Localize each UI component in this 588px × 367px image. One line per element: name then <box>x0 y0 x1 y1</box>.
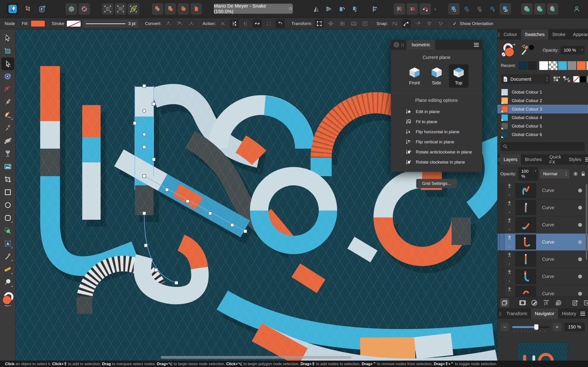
colour-picker-tool[interactable] <box>1 250 14 263</box>
fit-to-plane-option[interactable]: Fit to plane <box>391 117 482 127</box>
mini-swatch[interactable] <box>579 76 586 82</box>
boolean-add-button[interactable] <box>521 3 533 15</box>
global-colour-row[interactable]: Global Colour 5 <box>498 122 588 130</box>
layer-row-selected[interactable]: › Curve <box>498 234 588 251</box>
artboard-tool[interactable] <box>1 44 14 57</box>
panel-grip-icon[interactable]: || <box>498 29 500 40</box>
rounded-rectangle-tool[interactable] <box>1 211 14 224</box>
add-pixel-layer-button[interactable] <box>583 300 588 306</box>
layers-opacity-value[interactable]: 100 % <box>518 167 533 181</box>
place-image-tool[interactable] <box>1 160 14 173</box>
snapping-dropdown-chevron[interactable]: v <box>432 3 438 15</box>
pixel-persona-button[interactable] <box>23 3 34 15</box>
stroke-width-control[interactable]: 3 pt <box>83 20 138 27</box>
tab-brushes[interactable]: Brushes <box>521 154 545 165</box>
link-palette-icon[interactable] <box>563 76 571 83</box>
transform-show-handles-button[interactable] <box>338 19 347 28</box>
rotate-anticlockwise-button[interactable] <box>336 3 348 15</box>
swatch-search-input[interactable] <box>501 142 585 151</box>
zoom-tool[interactable] <box>1 276 14 289</box>
layer-row[interactable]: › Curve <box>498 268 588 285</box>
transform-mirror-button[interactable] <box>349 19 358 28</box>
pen-tool[interactable] <box>1 96 14 109</box>
expand-chevron-icon[interactable]: › <box>509 262 510 266</box>
chevron-down-icon[interactable]: v <box>533 167 538 181</box>
point-transform-tool[interactable] <box>1 70 14 83</box>
favourite-star-icon[interactable]: ☆ <box>288 6 293 12</box>
add-layer-button[interactable] <box>572 300 578 306</box>
fill-stroke-indicator[interactable] <box>501 43 519 58</box>
snap-shapes-button[interactable] <box>128 3 139 15</box>
fill-gradient-tool[interactable] <box>1 134 14 147</box>
arrange-back-one-button[interactable] <box>165 3 176 15</box>
action-smooth-curve-button[interactable] <box>253 19 262 28</box>
boolean-intersect-button[interactable] <box>547 3 558 15</box>
snap-construction-button[interactable] <box>436 19 445 28</box>
arrange-move-to-back-button[interactable] <box>152 3 163 15</box>
tab-quick-fx[interactable]: Quick FX <box>546 154 565 165</box>
zoom-slider[interactable] <box>512 323 550 331</box>
layers-stack-button[interactable] <box>500 298 509 307</box>
insert-behind-button[interactable] <box>461 3 473 15</box>
vector-brush-tool[interactable] <box>1 122 14 134</box>
transform-shear-button[interactable] <box>361 19 370 28</box>
recent-swatch[interactable] <box>519 61 527 70</box>
palette-select[interactable]: Document ˄˅ <box>501 74 550 84</box>
layer-row[interactable]: › Curve <box>498 285 588 297</box>
expand-chevron-icon[interactable]: › <box>509 244 510 249</box>
insert-inside-button[interactable] <box>448 3 460 15</box>
boolean-subtract-button[interactable] <box>534 3 545 15</box>
document-title-pill[interactable]: Mario De Meyer - Snake (150.0%) ☆ <box>214 4 293 14</box>
arrange-forward-one-button[interactable] <box>178 3 189 15</box>
snapping-toggle-button[interactable] <box>419 3 431 15</box>
recent-swatch[interactable] <box>577 61 586 70</box>
global-colour-row-selected[interactable]: Global Colour 3 <box>498 105 588 113</box>
zoom-slider-thumb[interactable] <box>534 324 538 330</box>
add-swatch-icon[interactable] <box>553 76 561 83</box>
snap-grid-button[interactable] <box>102 3 113 15</box>
stroke-colour-swatch[interactable] <box>67 20 81 27</box>
dense-grid-button[interactable] <box>115 3 126 15</box>
zoom-in-button[interactable]: + <box>553 323 561 331</box>
panel-menu-icon[interactable] <box>580 309 588 319</box>
tab-swatches[interactable]: Swatches <box>521 29 548 40</box>
canvas-horizontal-scrollbar[interactable] <box>161 356 351 359</box>
rectangle-tool[interactable] <box>1 186 14 199</box>
expand-chevron-icon[interactable]: › <box>509 279 510 283</box>
force-pixel-alignment-button[interactable] <box>406 3 418 15</box>
plane-top-button[interactable]: Top <box>449 64 468 88</box>
node-tool[interactable] <box>1 57 14 70</box>
transform-origin-button[interactable] <box>326 19 335 28</box>
layer-visibility-dot[interactable] <box>578 240 582 244</box>
pencil-tool[interactable] <box>1 109 14 122</box>
edit-in-plane-option[interactable]: Edit in plane <box>391 107 482 117</box>
global-colour-row[interactable]: Global Colour 6 <box>498 130 588 139</box>
vector-crop-tool[interactable] <box>1 173 14 186</box>
expand-chevron-icon[interactable]: › <box>509 193 510 197</box>
panel-menu-icon[interactable] <box>474 44 479 45</box>
layer-row[interactable]: › Curve <box>498 216 588 234</box>
insert-on-top-button[interactable] <box>474 3 485 15</box>
measure-tool[interactable] <box>1 263 14 276</box>
snapping-manager-button[interactable] <box>394 3 405 15</box>
zoom-out-button[interactable]: − <box>501 323 509 331</box>
shape-builder-tool[interactable] <box>1 224 14 237</box>
layer-row[interactable]: › Curve <box>498 199 588 216</box>
ellipse-tool[interactable] <box>1 199 14 211</box>
tab-styles[interactable]: Styles <box>565 154 585 165</box>
transparency-tool[interactable] <box>1 147 14 160</box>
mini-swatch[interactable] <box>587 76 588 82</box>
tab-navigator[interactable]: Navigator <box>531 309 558 319</box>
settings-gear-off-button[interactable] <box>78 3 90 15</box>
show-orientation-checkbox[interactable]: ✓ <box>452 21 458 26</box>
layer-visibility-dot[interactable] <box>578 189 582 192</box>
recent-swatch[interactable] <box>568 61 576 70</box>
chevron-down-icon[interactable]: v <box>579 46 585 55</box>
move-tool[interactable] <box>1 32 14 44</box>
tab-layers[interactable]: Layers <box>500 154 521 165</box>
close-icon[interactable]: ✕ <box>394 42 399 48</box>
layers-scrollbar[interactable] <box>586 184 587 260</box>
global-colour-row[interactable]: Global Colour 2 <box>498 96 588 105</box>
blend-mode-select[interactable]: Normal ˄˅ <box>540 169 569 178</box>
rotate-anticlockwise-in-plane-option[interactable]: Rotate anticlockwise in plane <box>391 147 482 157</box>
